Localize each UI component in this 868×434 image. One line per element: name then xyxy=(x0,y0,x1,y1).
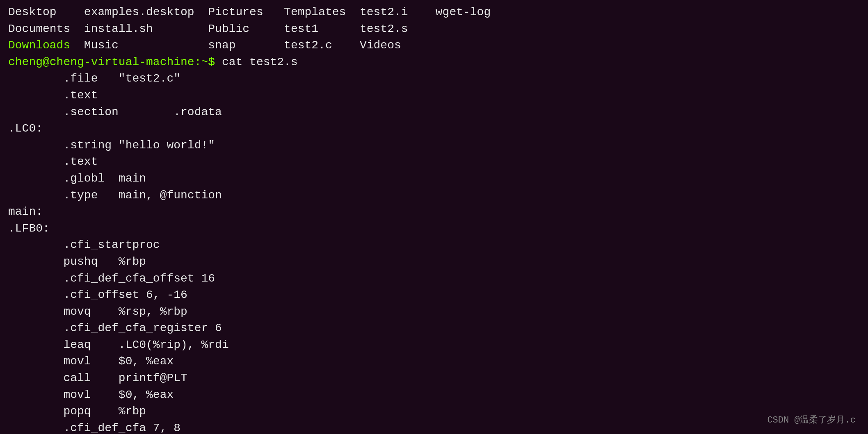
terminal-line-ls2: Documents install.sh Public test1 test2.… xyxy=(8,21,860,38)
terminal-asm9: pushq %rbp xyxy=(8,254,860,270)
terminal-asm8: .cfi_startproc xyxy=(8,237,860,254)
terminal[interactable]: Desktop examples.desktop Pictures Templa… xyxy=(0,0,868,434)
terminal-asm7: .type main, @function xyxy=(8,187,860,204)
watermark: CSDN @温柔了岁月.c xyxy=(767,414,856,426)
terminal-line-ls1: Desktop examples.desktop Pictures Templa… xyxy=(8,4,860,21)
terminal-asm12: movq %rsp, %rbp xyxy=(8,304,860,320)
terminal-asm2: .text xyxy=(8,87,860,104)
terminal-asm16: call printf@PLT xyxy=(8,370,860,387)
terminal-asm10: .cfi_def_cfa_offset 16 xyxy=(8,270,860,287)
terminal-asm4: .string "hello world!" xyxy=(8,137,860,154)
terminal-lc0: .LC0: xyxy=(8,120,860,137)
terminal-asm19: .cfi_def_cfa 7, 8 xyxy=(8,420,860,434)
terminal-main: main: xyxy=(8,204,860,220)
terminal-line-ls3: Downloads Music snap test2.c Videos xyxy=(8,37,860,54)
terminal-lfb0: .LFB0: xyxy=(8,220,860,237)
terminal-asm3: .section .rodata xyxy=(8,104,860,121)
terminal-asm1: .file "test2.c" xyxy=(8,70,860,87)
terminal-asm11: .cfi_offset 6, -16 xyxy=(8,287,860,304)
terminal-prompt1: cheng@cheng-virtual-machine:~$ cat test2… xyxy=(8,54,860,71)
terminal-asm18: popq %rbp xyxy=(8,403,860,420)
terminal-asm17: movl $0, %eax xyxy=(8,387,860,404)
terminal-asm5: .text xyxy=(8,154,860,170)
terminal-asm6: .globl main xyxy=(8,170,860,187)
terminal-asm15: movl $0, %eax xyxy=(8,353,860,370)
terminal-asm14: leaq .LC0(%rip), %rdi xyxy=(8,337,860,354)
terminal-asm13: .cfi_def_cfa_register 6 xyxy=(8,320,860,337)
